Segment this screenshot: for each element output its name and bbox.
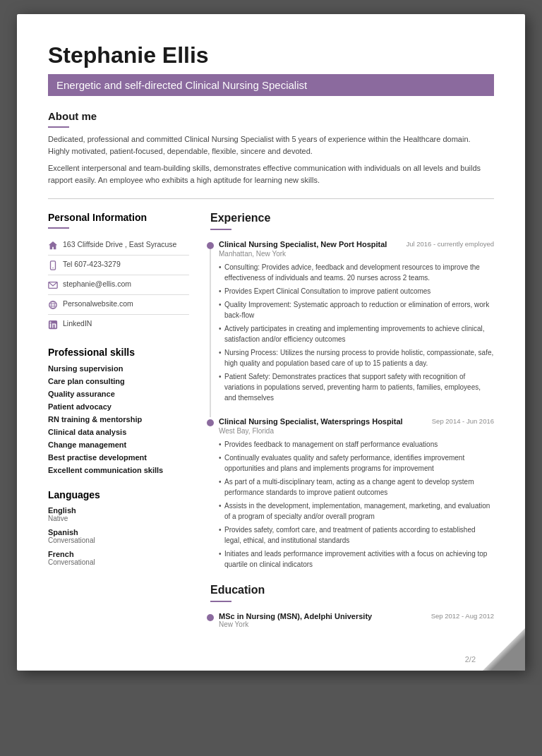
education-title: Education: [210, 584, 494, 596]
skill-item: Quality assurance: [48, 388, 189, 400]
exp-bullet: Provides Expert Clinical Consultation to…: [219, 286, 494, 296]
exp-job-title-1: Clinical Nursing Specialist, New Port Ho…: [219, 240, 387, 248]
exp-divider: [210, 229, 231, 230]
edu-dot: [207, 614, 214, 621]
exp-bullet: Continually evaluates quality and safety…: [219, 452, 494, 474]
svg-point-1: [52, 268, 53, 268]
skill-item: Care plan consulting: [48, 375, 189, 388]
two-column-layout: Personal Information 163 Cliffside Drive…: [48, 212, 494, 628]
exp-bullet: Provides feedback to management on staff…: [219, 439, 494, 450]
exp-bullet: Consulting: Provides advice, feedback an…: [219, 262, 494, 283]
svg-rect-0: [51, 261, 56, 270]
language-french: French Conversational: [48, 550, 189, 566]
svg-point-4: [52, 301, 54, 309]
personal-info-section: Personal Information 163 Cliffside Drive…: [48, 212, 189, 334]
about-divider: [48, 126, 69, 128]
exp-bullet: Nursing Process: Utilizes the nursing pr…: [219, 347, 494, 368]
exp-location-2: West Bay, Florida: [219, 427, 494, 435]
about-paragraph1: Dedicated, professional and committed Cl…: [48, 133, 494, 157]
phone-text: Tel 607-423-3279: [63, 260, 121, 268]
edu-degree: MSc in Nursing (MSN), Adelphi University: [219, 612, 372, 620]
edu-divider: [210, 601, 231, 602]
resume-content: Stephanie Ellis Energetic and self-direc…: [17, 14, 525, 671]
email-text: stephanie@ellis.com: [63, 280, 131, 288]
exp-header-2: Clinical Nursing Specialist, Waterspring…: [219, 417, 494, 426]
svg-point-3: [49, 301, 57, 309]
web-icon: [48, 300, 58, 310]
email-icon: [48, 280, 58, 290]
exp-dot-2: [207, 419, 214, 426]
skills-title: Professional skills: [48, 347, 189, 358]
info-website: Personalwebsite.com: [48, 295, 189, 315]
languages-section: Languages English Native Spanish Convers…: [48, 489, 189, 566]
experience-title: Experience: [210, 212, 494, 224]
exp-header-1: Clinical Nursing Specialist, New Port Ho…: [219, 240, 494, 248]
website-text: Personalwebsite.com: [63, 299, 133, 308]
skill-item: Change management: [48, 438, 189, 451]
exp-location-1: Manhattan, New York: [219, 250, 494, 258]
edu-location: New York: [219, 620, 494, 628]
skill-item: RN training & mentorship: [48, 413, 189, 426]
about-paragraph2: Excellent interpersonal and team-buildin…: [48, 162, 494, 186]
linkedin-text: LinkedIN: [63, 319, 92, 328]
about-section: About me Dedicated, professional and com…: [48, 110, 494, 186]
info-phone: Tel 607-423-3279: [48, 256, 189, 275]
phone-icon: [48, 260, 58, 270]
exp-entry-2: Clinical Nursing Specialist, Waterspring…: [210, 417, 494, 570]
resume-page: Stephanie Ellis Energetic and self-direc…: [17, 14, 525, 671]
language-name: French: [48, 550, 189, 558]
exp-dates-1: Jul 2016 - currently employed: [406, 240, 494, 248]
skill-item: Clinical data analysis: [48, 426, 189, 438]
personal-divider: [48, 227, 69, 229]
linkedin-icon: [48, 320, 58, 330]
edu-dates: Sep 2012 - Aug 2012: [431, 612, 494, 620]
info-email: stephanie@ellis.com: [48, 275, 189, 295]
exp-line-1: [210, 249, 211, 417]
svg-rect-8: [50, 323, 52, 328]
edu-entry-1: MSc in Nursing (MSN), Adelphi University…: [210, 612, 494, 628]
exp-bullet: Initiates and leads performance improvem…: [219, 548, 494, 570]
language-level: Conversational: [48, 536, 189, 544]
svg-point-9: [49, 321, 51, 323]
skill-item: Best practise development: [48, 451, 189, 464]
info-linkedin: LinkedIN: [48, 315, 189, 334]
page-number: 2/2: [465, 655, 476, 664]
candidate-name: Stephanie Ellis: [48, 42, 494, 68]
language-name: Spanish: [48, 528, 189, 536]
skill-item: Patient advocacy: [48, 400, 189, 413]
exp-job-title-2: Clinical Nursing Specialist, Waterspring…: [219, 417, 403, 426]
exp-dates-2: Sep 2014 - Jun 2016: [432, 417, 494, 425]
languages-title: Languages: [48, 489, 189, 500]
main-divider: [48, 198, 494, 199]
language-name: English: [48, 506, 189, 515]
language-spanish: Spanish Conversational: [48, 528, 189, 544]
about-title: About me: [48, 110, 494, 122]
address-text: 163 Cliffside Drive , East Syracuse: [63, 240, 176, 248]
exp-bullet: Provides safety, comfort care, and treat…: [219, 524, 494, 546]
skill-item: Nursing supervision: [48, 362, 189, 375]
exp-bullet: Assists in the development, implementati…: [219, 500, 494, 522]
experience-section: Experience Clinical Nursing Specialist, …: [210, 212, 494, 570]
candidate-subtitle: Energetic and self-directed Clinical Nur…: [48, 74, 494, 96]
info-address: 163 Cliffside Drive , East Syracuse: [48, 236, 189, 256]
exp-entry-1: Clinical Nursing Specialist, New Port Ho…: [210, 240, 494, 403]
personal-info-title: Personal Information: [48, 212, 189, 223]
education-section: Education MSc in Nursing (MSN), Adelphi …: [210, 584, 494, 628]
right-column: Experience Clinical Nursing Specialist, …: [210, 212, 494, 628]
language-level: Native: [48, 515, 189, 522]
exp-bullet: Patient Safety: Demonstrates practices t…: [219, 371, 494, 403]
home-icon: [48, 241, 58, 251]
skill-item: Excellent communication skills: [48, 464, 189, 476]
exp-bullet: Actively participates in creating and im…: [219, 323, 494, 344]
edu-header: MSc in Nursing (MSN), Adelphi University…: [219, 612, 494, 620]
language-english: English Native: [48, 506, 189, 522]
exp-bullet: As part of a multi-disciplinary team, ac…: [219, 476, 494, 498]
language-level: Conversational: [48, 558, 189, 566]
skills-section: Professional skills Nursing supervision …: [48, 347, 189, 476]
left-column: Personal Information 163 Cliffside Drive…: [48, 212, 189, 628]
exp-bullet: Quality Improvement: Systematic approach…: [219, 299, 494, 320]
exp-dot-1: [207, 242, 214, 249]
